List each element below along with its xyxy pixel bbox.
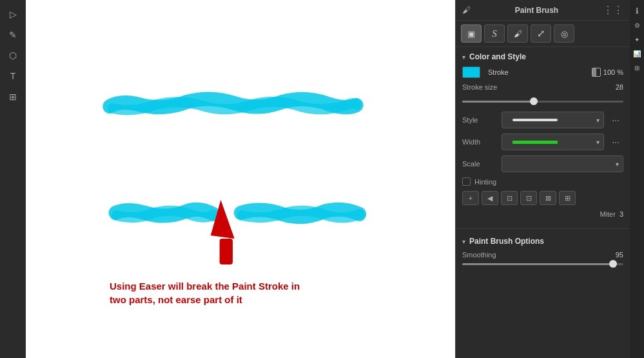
scale-row: Scale ▾ (462, 155, 623, 172)
far-right-icon-2[interactable]: ⚙ (631, 19, 643, 31)
scale-label: Scale (462, 160, 498, 168)
icon-btn-2[interactable]: ◀ (482, 191, 498, 205)
width-label: Width (462, 138, 498, 146)
style-more-btn[interactable]: ··· (608, 112, 623, 128)
miter-value: 3 (620, 210, 623, 218)
smoothing-slider[interactable] (462, 259, 623, 269)
annotation-text: Using Easer will break the Paint Stroke … (110, 279, 300, 306)
width-more-btn[interactable]: ··· (608, 134, 623, 150)
style-label: Style (462, 116, 498, 124)
stroke-row: Stroke 100 % (462, 66, 623, 78)
icon-btn-5[interactable]: ⊠ (540, 191, 556, 205)
paint-brush-options-header[interactable]: ▾ Paint Brush Options (456, 232, 630, 248)
style-dropdown[interactable]: ▾ (502, 112, 604, 128)
paint-btn[interactable]: 🖌 (507, 25, 528, 43)
icon-btn-3[interactable]: ⊡ (501, 191, 518, 205)
icon-btn-4[interactable]: ⊡ (520, 191, 537, 205)
icon-btn-1[interactable]: + (462, 191, 479, 205)
hinting-checkbox[interactable] (462, 177, 471, 186)
panel-title: Paint Brush (515, 6, 558, 15)
color-style-chevron: ▾ (462, 54, 465, 61)
stroke-size-row: Stroke size 28 (462, 83, 623, 91)
color-style-section: Stroke 100 % Stroke size 28 (456, 64, 630, 226)
paint-brush-options-section: Smoothing 95 (456, 248, 630, 279)
left-sidebar: ▷ ✎ ⬡ T ⊞ (0, 0, 26, 358)
brush-icon: 🖌 (462, 5, 471, 15)
opacity-icon (592, 68, 601, 77)
smoothing-row: Smoothing 95 (462, 251, 623, 259)
smoothing-value: 95 (610, 251, 623, 259)
left-tool-1[interactable]: ▷ (4, 5, 22, 23)
hinting-row: Hinting (462, 177, 623, 186)
right-panel: 🖌 Paint Brush ⋮⋮ ▣ S 🖌 ⤢ ◎ ▾ Color and S… (456, 0, 630, 358)
far-right-icon-4[interactable]: 📊 (631, 48, 643, 59)
opacity-value: 100 % (603, 68, 623, 76)
left-tool-2[interactable]: ✎ (4, 26, 22, 44)
opacity-display: 100 % (592, 68, 623, 77)
style-row: Style ▾ ··· (462, 112, 623, 128)
far-right-icon-1[interactable]: ℹ (631, 5, 643, 17)
far-right-sidebar: ℹ ⚙ ✦ 📊 ⊞ (630, 0, 644, 358)
far-right-icon-5[interactable]: ⊞ (631, 62, 643, 74)
miter-label: Miter (600, 210, 615, 218)
width-dropdown[interactable]: ▾ (502, 134, 604, 150)
section-divider (456, 228, 630, 229)
left-tool-5[interactable]: ⊞ (4, 88, 22, 106)
transform-btn[interactable]: ⤢ (531, 25, 551, 43)
far-right-icon-3[interactable]: ✦ (631, 34, 643, 45)
icon-buttons-row: + ◀ ⊡ ⊡ ⊠ ⊞ (462, 191, 623, 205)
paint-options-chevron: ▾ (462, 238, 465, 245)
smoothing-label: Smoothing (462, 251, 498, 259)
paint-options-title: Paint Brush Options (469, 237, 544, 246)
left-tool-3[interactable]: ⬡ (4, 46, 22, 65)
stroke-size-slider[interactable] (462, 96, 623, 106)
grid-dots-icon[interactable]: ⋮⋮ (603, 4, 623, 16)
left-tool-4[interactable]: T (4, 67, 22, 85)
target-btn[interactable]: ◎ (554, 25, 574, 43)
canvas-area: Using Easer will break the Paint Stroke … (26, 0, 456, 358)
width-chevron: ▾ (596, 139, 600, 146)
stroke-color-swatch[interactable] (462, 66, 480, 78)
stroke-size-slider-row (462, 96, 623, 106)
icon-btn-6[interactable]: ⊞ (559, 191, 576, 205)
stroke-size-value: 28 (610, 83, 623, 91)
stroke-size-label: Stroke size (462, 83, 498, 91)
panel-header: 🖌 Paint Brush ⋮⋮ (456, 0, 630, 21)
width-row: Width ▾ ··· (462, 134, 623, 150)
stroke-s-btn[interactable]: S (484, 25, 505, 43)
color-style-title: Color and Style (469, 52, 526, 61)
miter-row: Miter 3 (462, 210, 623, 218)
toolbar-row: ▣ S 🖌 ⤢ ◎ (456, 21, 630, 47)
fill-btn[interactable]: ▣ (461, 25, 482, 43)
hinting-label: Hinting (474, 178, 496, 186)
scale-dropdown[interactable]: ▾ (502, 155, 623, 172)
stroke-label: Stroke (488, 68, 588, 76)
color-style-header[interactable]: ▾ Color and Style (456, 47, 630, 64)
scale-chevron: ▾ (616, 161, 619, 168)
svg-rect-1 (220, 239, 233, 264)
style-chevron: ▾ (596, 117, 600, 124)
smoothing-slider-row (462, 259, 623, 269)
